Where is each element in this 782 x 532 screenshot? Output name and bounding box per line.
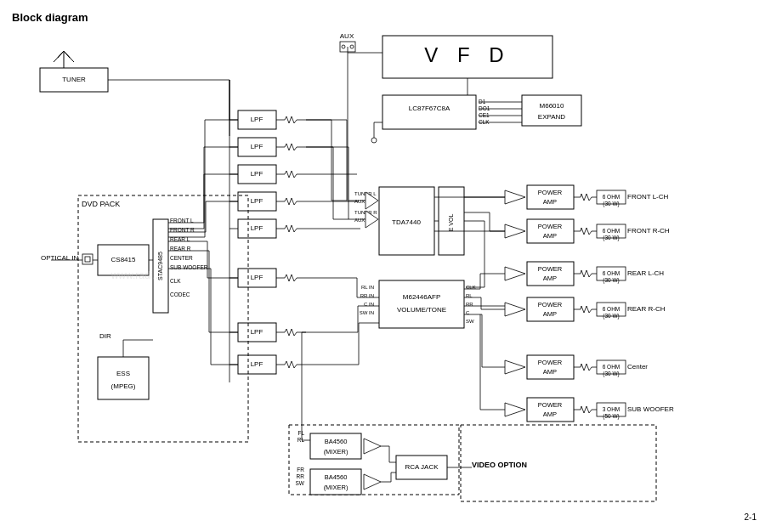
svg-text:LPF: LPF bbox=[251, 116, 264, 123]
svg-text:RL: RL bbox=[298, 437, 305, 443]
svg-text:AMP: AMP bbox=[543, 368, 557, 376]
svg-text:CE1: CE1 bbox=[479, 112, 490, 118]
svg-text:6 OHM: 6 OHM bbox=[603, 306, 620, 312]
svg-text:LPF: LPF bbox=[251, 197, 264, 205]
ess-block bbox=[98, 357, 149, 399]
svg-text:CLK: CLK bbox=[479, 119, 490, 125]
tda7440-label: TDA7440 bbox=[392, 218, 421, 226]
dvd-pack-label: DVD PACK bbox=[82, 200, 120, 208]
svg-text:FRONT R-CH: FRONT R-CH bbox=[627, 227, 670, 235]
svg-rect-45 bbox=[85, 257, 90, 262]
svg-text:RR: RR bbox=[297, 473, 305, 479]
svg-text:CLK: CLK bbox=[170, 278, 181, 284]
svg-text:SW: SW bbox=[296, 480, 305, 486]
svg-text:POWER: POWER bbox=[538, 189, 563, 196]
svg-text:LPF: LPF bbox=[251, 274, 264, 281]
video-option-label: VIDEO OPTION bbox=[472, 461, 527, 469]
svg-line-3 bbox=[54, 51, 64, 62]
svg-marker-110 bbox=[364, 474, 381, 490]
svg-point-6 bbox=[342, 45, 345, 48]
svg-text:RCA JACK: RCA JACK bbox=[405, 463, 439, 471]
svg-text:AMP: AMP bbox=[543, 232, 557, 240]
svg-text:FRONT L-CH: FRONT L-CH bbox=[627, 193, 669, 201]
svg-text:(30 W): (30 W) bbox=[603, 313, 620, 320]
svg-text:6 OHM: 6 OHM bbox=[603, 270, 620, 276]
svg-text:REAR L-CH: REAR L-CH bbox=[627, 269, 664, 277]
svg-point-204 bbox=[371, 138, 377, 143]
svg-text:SUB WOOFER: SUB WOOFER bbox=[627, 405, 674, 413]
diagram-container: Block diagram 2-1 TUNER V F D AUX LC87F6… bbox=[0, 0, 782, 532]
svg-text:LPF: LPF bbox=[251, 328, 264, 336]
svg-text:AMP: AMP bbox=[543, 410, 557, 418]
svg-text:LPF: LPF bbox=[251, 224, 264, 232]
m66010-block bbox=[522, 95, 581, 126]
svg-marker-65 bbox=[505, 190, 525, 204]
svg-text:VOLUME/TONE: VOLUME/TONE bbox=[397, 306, 446, 314]
svg-text:DO1: DO1 bbox=[479, 105, 490, 111]
svg-text:SUB WOOFER: SUB WOOFER bbox=[170, 264, 208, 270]
svg-text:(30 W): (30 W) bbox=[603, 277, 620, 284]
svg-text:BA4560: BA4560 bbox=[325, 473, 348, 481]
svg-text:D1: D1 bbox=[479, 99, 486, 105]
svg-marker-100 bbox=[505, 403, 525, 416]
m66010-label: M66010 bbox=[540, 102, 564, 110]
page-number: 2-1 bbox=[745, 512, 757, 522]
tuner-label: TUNER bbox=[62, 76, 86, 83]
svg-text:POWER: POWER bbox=[538, 223, 563, 230]
svg-marker-86 bbox=[505, 303, 525, 316]
svg-marker-72 bbox=[505, 224, 525, 238]
svg-text:FR: FR bbox=[297, 467, 304, 473]
svg-text:REAR R-CH: REAR R-CH bbox=[627, 305, 666, 313]
svg-marker-93 bbox=[505, 360, 525, 374]
svg-text:6 OHM: 6 OHM bbox=[603, 228, 620, 234]
svg-text:(30 W): (30 W) bbox=[603, 235, 620, 241]
svg-text:(30 W): (30 W) bbox=[603, 201, 620, 207]
svg-text:(50 W): (50 W) bbox=[603, 413, 620, 420]
svg-text:LPF: LPF bbox=[251, 170, 264, 178]
svg-text:Center: Center bbox=[627, 363, 648, 371]
svg-point-7 bbox=[350, 45, 354, 48]
svg-text:AMP: AMP bbox=[543, 310, 557, 318]
svg-text:POWER: POWER bbox=[538, 359, 563, 366]
svg-text:POWER: POWER bbox=[538, 401, 563, 409]
svg-text:6 OHM: 6 OHM bbox=[603, 194, 620, 200]
svg-text:FL: FL bbox=[298, 430, 304, 436]
svg-text:CENTER: CENTER bbox=[170, 255, 193, 261]
svg-text:EXPAND: EXPAND bbox=[538, 113, 566, 121]
svg-line-4 bbox=[64, 51, 74, 62]
svg-text:CODEC: CODEC bbox=[170, 291, 190, 297]
svg-marker-79 bbox=[505, 267, 525, 280]
svg-text:(MIXER): (MIXER) bbox=[324, 448, 348, 456]
page-title: Block diagram bbox=[12, 11, 88, 24]
svg-text:www.radi...: www.radi... bbox=[110, 269, 162, 281]
svg-text:(MIXER): (MIXER) bbox=[324, 484, 348, 491]
svg-marker-109 bbox=[364, 439, 381, 454]
svg-text:LPF: LPF bbox=[251, 360, 264, 368]
svg-text:(30 W): (30 W) bbox=[603, 371, 620, 377]
m62446-label: M62446AFP bbox=[403, 293, 440, 301]
svg-text:AMP: AMP bbox=[543, 274, 557, 282]
svg-text:AMP: AMP bbox=[543, 198, 557, 206]
aux-label: AUX bbox=[340, 32, 354, 40]
cs8415-label: CS8415 bbox=[111, 256, 136, 263]
lc87-label: LC87F67C8A bbox=[409, 105, 450, 112]
svg-text:SW IN: SW IN bbox=[360, 310, 374, 315]
svg-text:POWER: POWER bbox=[538, 265, 563, 273]
svg-text:SW: SW bbox=[466, 319, 474, 324]
evol-label: E VOL bbox=[448, 214, 454, 232]
svg-text:POWER: POWER bbox=[538, 301, 563, 308]
svg-text:DIR: DIR bbox=[99, 332, 111, 340]
optical-in-label: OPTICAL IN bbox=[41, 254, 78, 262]
svg-text:RL IN: RL IN bbox=[361, 285, 374, 290]
vfd-label: V F D bbox=[424, 43, 510, 66]
ess-label: ESS bbox=[116, 370, 130, 377]
svg-text:LPF: LPF bbox=[251, 143, 264, 150]
svg-text:6 OHM: 6 OHM bbox=[603, 364, 620, 370]
svg-text:3 OHM: 3 OHM bbox=[603, 406, 620, 412]
svg-text:BA4560: BA4560 bbox=[325, 438, 348, 445]
svg-text:(MPEG): (MPEG) bbox=[111, 382, 136, 390]
m62446-block bbox=[379, 280, 464, 328]
